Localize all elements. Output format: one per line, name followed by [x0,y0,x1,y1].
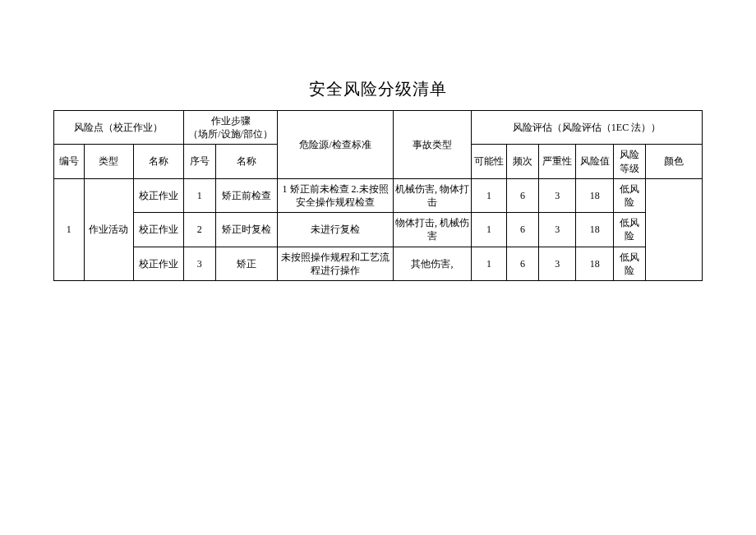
cell-hazard: 未按照操作规程和工艺流程进行操作 [278,247,393,280]
header-step-group: 作业步骤（场所/设施/部位） [183,111,278,145]
cell-value: 18 [576,247,613,280]
header-assessment-group: 风险评估（风险评估（1EC 法）） [471,111,702,145]
cell-severity: 3 [539,178,576,212]
cell-hazard: 1 矫正前未检查 2.未按照安全操作规程检查 [278,178,393,212]
header-color: 颜色 [645,145,702,178]
header-severity: 严重性 [539,145,576,178]
cell-frequency: 6 [507,178,539,212]
cell-value: 18 [576,213,613,247]
header-possibility: 可能性 [471,145,506,178]
cell-accident: 机械伤害, 物体打击 [393,178,471,212]
cell-step-no: 2 [183,213,215,247]
cell-accident: 其他伤害, [393,247,471,280]
cell-level: 低风险 [613,178,645,212]
cell-step-no: 1 [183,178,215,212]
cell-rp-no: 1 [54,178,85,280]
cell-rp-name: 校正作业 [134,247,184,280]
header-accident: 事故类型 [393,111,471,179]
table-row: 校正作业 2 矫正时复检 未进行复检 物体打击, 机械伤害 1 6 3 18 低… [54,213,703,247]
table-row: 1 作业活动 校正作业 1 矫正前检查 1 矫正前未检查 2.未按照安全操作规程… [54,178,703,212]
cell-level: 低风险 [613,213,645,247]
risk-table: 风险点（校正作业） 作业步骤（场所/设施/部位） 危险源/检查标准 事故类型 风… [53,110,703,281]
header-step-no: 序号 [183,145,215,178]
cell-level: 低风险 [613,247,645,280]
cell-step-name: 矫正前检查 [215,178,278,212]
cell-rp-type: 作业活动 [84,178,134,280]
cell-value: 18 [576,178,613,212]
table-header: 风险点（校正作业） 作业步骤（场所/设施/部位） 危险源/检查标准 事故类型 风… [54,111,703,179]
risk-table-container: 风险点（校正作业） 作业步骤（场所/设施/部位） 危险源/检查标准 事故类型 风… [53,110,703,281]
cell-frequency: 6 [507,247,539,280]
header-step-name: 名称 [215,145,278,178]
header-rp-type: 类型 [84,145,134,178]
header-rp-name: 名称 [134,145,184,178]
cell-possibility: 1 [471,247,506,280]
cell-step-no: 3 [183,247,215,280]
header-hazard: 危险源/检查标准 [278,111,393,179]
cell-frequency: 6 [507,213,539,247]
header-rp-no: 编号 [54,145,85,178]
header-level: 风险等级 [613,145,645,178]
cell-rp-name: 校正作业 [134,213,184,247]
cell-severity: 3 [539,247,576,280]
cell-rp-name: 校正作业 [134,178,184,212]
cell-hazard: 未进行复检 [278,213,393,247]
cell-step-name: 矫正时复检 [215,213,278,247]
header-risk-point-group: 风险点（校正作业） [54,111,184,145]
cell-possibility: 1 [471,213,506,247]
table-body: 1 作业活动 校正作业 1 矫正前检查 1 矫正前未检查 2.未按照安全操作规程… [54,178,703,280]
table-row: 校正作业 3 矫正 未按照操作规程和工艺流程进行操作 其他伤害, 1 6 3 1… [54,247,703,280]
page-title: 安全风险分级清单 [0,0,756,110]
cell-severity: 3 [539,213,576,247]
cell-step-name: 矫正 [215,247,278,280]
header-frequency: 频次 [507,145,539,178]
cell-color [645,178,702,280]
cell-possibility: 1 [471,178,506,212]
header-value: 风险值 [576,145,613,178]
cell-accident: 物体打击, 机械伤害 [393,213,471,247]
